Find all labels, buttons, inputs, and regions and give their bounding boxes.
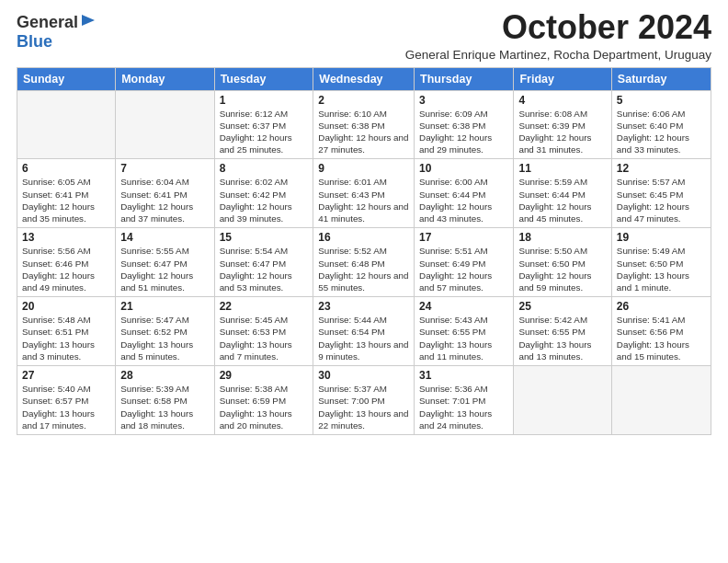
day-number: 25	[518, 300, 606, 313]
day-info: Sunrise: 5:52 AMSunset: 6:48 PMDaylight:…	[318, 245, 409, 293]
table-row: 20Sunrise: 5:48 AMSunset: 6:51 PMDayligh…	[17, 297, 116, 366]
day-number: 27	[22, 369, 110, 382]
table-row: 27Sunrise: 5:40 AMSunset: 6:57 PMDayligh…	[17, 366, 116, 435]
table-row	[17, 90, 116, 159]
day-number: 7	[120, 162, 209, 175]
day-info: Sunrise: 5:44 AMSunset: 6:54 PMDaylight:…	[318, 314, 409, 362]
calendar-week-row: 6Sunrise: 6:05 AMSunset: 6:41 PMDaylight…	[17, 159, 711, 228]
day-info: Sunrise: 5:57 AMSunset: 6:45 PMDaylight:…	[617, 176, 706, 224]
table-row: 8Sunrise: 6:02 AMSunset: 6:42 PMDaylight…	[214, 159, 313, 228]
day-info: Sunrise: 6:05 AMSunset: 6:41 PMDaylight:…	[22, 176, 110, 224]
day-number: 16	[318, 231, 409, 244]
day-info: Sunrise: 6:06 AMSunset: 6:40 PMDaylight:…	[617, 108, 706, 156]
day-number: 8	[220, 162, 309, 175]
day-number: 30	[318, 369, 409, 382]
day-info: Sunrise: 5:49 AMSunset: 6:50 PMDaylight:…	[617, 245, 706, 293]
table-row: 7Sunrise: 6:04 AMSunset: 6:41 PMDaylight…	[116, 159, 214, 228]
table-row	[514, 366, 611, 435]
day-number: 28	[120, 369, 209, 382]
table-row: 14Sunrise: 5:55 AMSunset: 6:47 PMDayligh…	[116, 228, 214, 297]
day-number: 11	[518, 162, 606, 175]
day-info: Sunrise: 5:55 AMSunset: 6:47 PMDaylight:…	[120, 245, 209, 293]
day-info: Sunrise: 5:38 AMSunset: 6:59 PMDaylight:…	[220, 383, 309, 431]
table-row: 26Sunrise: 5:41 AMSunset: 6:56 PMDayligh…	[611, 297, 711, 366]
page: General Blue October 2024 General Enriqu…	[0, 0, 728, 563]
day-info: Sunrise: 6:08 AMSunset: 6:39 PMDaylight:…	[518, 108, 606, 156]
col-friday: Friday	[514, 67, 611, 90]
logo: General Blue	[17, 13, 97, 52]
calendar-week-row: 27Sunrise: 5:40 AMSunset: 6:57 PMDayligh…	[17, 366, 711, 435]
table-row: 16Sunrise: 5:52 AMSunset: 6:48 PMDayligh…	[313, 228, 415, 297]
day-number: 17	[419, 231, 508, 244]
col-sunday: Sunday	[17, 67, 116, 90]
header: General Blue October 2024 General Enriqu…	[17, 9, 711, 62]
col-tuesday: Tuesday	[214, 67, 313, 90]
table-row: 4Sunrise: 6:08 AMSunset: 6:39 PMDaylight…	[514, 90, 611, 159]
table-row: 6Sunrise: 6:05 AMSunset: 6:41 PMDaylight…	[17, 159, 116, 228]
day-number: 14	[120, 231, 209, 244]
table-row: 31Sunrise: 5:36 AMSunset: 7:01 PMDayligh…	[415, 366, 514, 435]
table-row: 11Sunrise: 5:59 AMSunset: 6:44 PMDayligh…	[514, 159, 611, 228]
day-number: 12	[617, 162, 706, 175]
day-number: 20	[22, 300, 110, 313]
table-row: 12Sunrise: 5:57 AMSunset: 6:45 PMDayligh…	[611, 159, 711, 228]
table-row: 1Sunrise: 6:12 AMSunset: 6:37 PMDaylight…	[214, 90, 313, 159]
logo-general: General	[17, 14, 78, 32]
calendar-week-row: 13Sunrise: 5:56 AMSunset: 6:46 PMDayligh…	[17, 228, 711, 297]
day-number: 18	[518, 231, 606, 244]
day-info: Sunrise: 6:04 AMSunset: 6:41 PMDaylight:…	[120, 176, 209, 224]
day-info: Sunrise: 5:36 AMSunset: 7:01 PMDaylight:…	[419, 383, 508, 431]
day-info: Sunrise: 5:50 AMSunset: 6:50 PMDaylight:…	[518, 245, 606, 293]
day-number: 21	[120, 300, 209, 313]
table-row: 30Sunrise: 5:37 AMSunset: 7:00 PMDayligh…	[313, 366, 415, 435]
day-number: 9	[318, 162, 409, 175]
table-row: 15Sunrise: 5:54 AMSunset: 6:47 PMDayligh…	[214, 228, 313, 297]
calendar-week-row: 1Sunrise: 6:12 AMSunset: 6:37 PMDaylight…	[17, 90, 711, 159]
table-row: 22Sunrise: 5:45 AMSunset: 6:53 PMDayligh…	[214, 297, 313, 366]
table-row: 19Sunrise: 5:49 AMSunset: 6:50 PMDayligh…	[611, 228, 711, 297]
title-month: October 2024	[405, 9, 711, 46]
table-row: 3Sunrise: 6:09 AMSunset: 6:38 PMDaylight…	[415, 90, 514, 159]
col-thursday: Thursday	[415, 67, 514, 90]
day-info: Sunrise: 5:47 AMSunset: 6:52 PMDaylight:…	[120, 314, 209, 362]
calendar-body: 1Sunrise: 6:12 AMSunset: 6:37 PMDaylight…	[17, 90, 711, 434]
day-info: Sunrise: 5:42 AMSunset: 6:55 PMDaylight:…	[518, 314, 606, 362]
day-info: Sunrise: 5:56 AMSunset: 6:46 PMDaylight:…	[22, 245, 110, 293]
day-number: 22	[220, 300, 309, 313]
day-number: 6	[22, 162, 110, 175]
day-number: 1	[220, 94, 309, 107]
day-number: 15	[220, 231, 309, 244]
calendar-table: Sunday Monday Tuesday Wednesday Thursday…	[17, 67, 711, 435]
day-number: 4	[518, 94, 606, 107]
logo-icon	[80, 13, 97, 33]
day-info: Sunrise: 6:10 AMSunset: 6:38 PMDaylight:…	[318, 108, 409, 156]
table-row: 17Sunrise: 5:51 AMSunset: 6:49 PMDayligh…	[415, 228, 514, 297]
day-number: 31	[419, 369, 508, 382]
table-row: 13Sunrise: 5:56 AMSunset: 6:46 PMDayligh…	[17, 228, 116, 297]
day-info: Sunrise: 6:02 AMSunset: 6:42 PMDaylight:…	[220, 176, 309, 224]
day-number: 5	[617, 94, 706, 107]
day-number: 26	[617, 300, 706, 313]
day-number: 19	[617, 231, 706, 244]
day-number: 10	[419, 162, 508, 175]
day-number: 24	[419, 300, 508, 313]
day-info: Sunrise: 5:40 AMSunset: 6:57 PMDaylight:…	[22, 383, 110, 431]
day-info: Sunrise: 5:45 AMSunset: 6:53 PMDaylight:…	[220, 314, 309, 362]
col-saturday: Saturday	[611, 67, 711, 90]
day-number: 3	[419, 94, 508, 107]
table-row: 23Sunrise: 5:44 AMSunset: 6:54 PMDayligh…	[313, 297, 415, 366]
table-row: 25Sunrise: 5:42 AMSunset: 6:55 PMDayligh…	[514, 297, 611, 366]
day-number: 13	[22, 231, 110, 244]
calendar-week-row: 20Sunrise: 5:48 AMSunset: 6:51 PMDayligh…	[17, 297, 711, 366]
col-wednesday: Wednesday	[313, 67, 415, 90]
table-row	[116, 90, 214, 159]
day-info: Sunrise: 5:48 AMSunset: 6:51 PMDaylight:…	[22, 314, 110, 362]
table-row	[611, 366, 711, 435]
table-row: 21Sunrise: 5:47 AMSunset: 6:52 PMDayligh…	[116, 297, 214, 366]
day-info: Sunrise: 5:39 AMSunset: 6:58 PMDaylight:…	[120, 383, 209, 431]
table-row: 2Sunrise: 6:10 AMSunset: 6:38 PMDaylight…	[313, 90, 415, 159]
svg-marker-0	[82, 15, 95, 26]
day-number: 2	[318, 94, 409, 107]
day-info: Sunrise: 5:59 AMSunset: 6:44 PMDaylight:…	[518, 176, 606, 224]
table-row: 9Sunrise: 6:01 AMSunset: 6:43 PMDaylight…	[313, 159, 415, 228]
